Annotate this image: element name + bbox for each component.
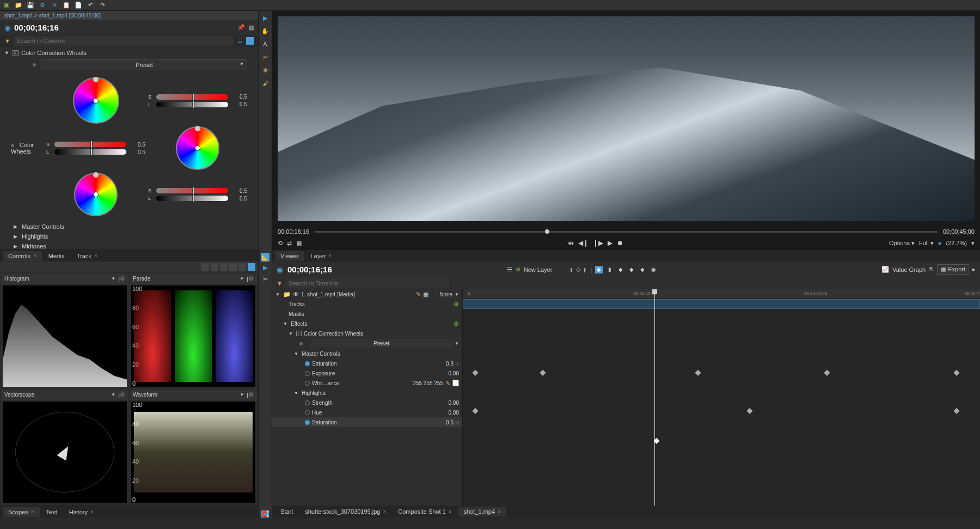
list-view-icon[interactable]: ☰ xyxy=(237,38,243,45)
prop-strength[interactable]: Strength0.00 xyxy=(272,398,462,408)
close-icon[interactable]: × xyxy=(498,509,501,515)
undo-icon[interactable]: ↶ xyxy=(87,2,94,9)
keyframe-toggle[interactable] xyxy=(305,400,310,405)
quality-dropdown[interactable]: Full ▾ xyxy=(919,240,934,247)
chevron-down-icon[interactable]: ▼ xyxy=(455,292,459,297)
kf-mode-4-icon[interactable]: ◆ xyxy=(628,266,635,273)
search-timeline-input[interactable] xyxy=(286,278,449,288)
timeline-clip[interactable] xyxy=(463,299,980,309)
step-fwd-icon[interactable]: ❙▶ xyxy=(593,239,603,247)
close-icon[interactable]: × xyxy=(31,509,34,515)
sat-slider[interactable] xyxy=(156,188,228,193)
kf-mode-3-icon[interactable]: ◆ xyxy=(617,266,624,273)
ccw-row[interactable]: ▼✓Color Correction Wheels xyxy=(272,329,462,338)
keyframe-toggle[interactable] xyxy=(305,410,310,415)
layout-grid-icon[interactable] xyxy=(248,263,255,271)
eyedropper-icon[interactable]: ✎ xyxy=(445,380,450,387)
goto-start-icon[interactable]: ⏮ xyxy=(567,239,574,247)
zoom-dropdown-icon[interactable]: ▾ xyxy=(971,240,975,247)
keyframe-icon[interactable] xyxy=(824,370,830,376)
chevron-down-icon[interactable]: ▼ xyxy=(240,392,244,397)
close-icon[interactable]: × xyxy=(90,509,94,515)
options-dropdown[interactable]: Options ▾ xyxy=(889,240,915,247)
zoom-level[interactable]: (22.7%) xyxy=(946,240,967,246)
layout-5-icon[interactable] xyxy=(238,263,246,271)
step-back-icon[interactable]: ◀❙ xyxy=(578,239,589,247)
tab-layer[interactable]: Layer× xyxy=(305,251,336,261)
paste-icon[interactable]: 📄 xyxy=(75,2,82,9)
keyframe-toggle[interactable] xyxy=(305,371,310,376)
blend-mode[interactable]: None xyxy=(431,291,452,297)
kf-nav-icon[interactable]: ◇ xyxy=(456,420,459,425)
tab-text[interactable]: Text xyxy=(41,507,63,517)
slice-tool-icon[interactable]: ✂ xyxy=(263,276,268,283)
keyframe-toggle[interactable] xyxy=(305,381,310,386)
keyframe-icon[interactable] xyxy=(540,370,546,376)
prop-value[interactable]: 0.00 xyxy=(437,400,459,406)
master-row[interactable]: ▼Master Controls xyxy=(272,349,462,358)
effects-row[interactable]: ▼Effects⊕ xyxy=(272,319,462,329)
graph-icon[interactable]: 📈 xyxy=(881,266,889,273)
kf-nav-icon[interactable]: ◇ xyxy=(456,361,459,366)
slider-value[interactable]: 0.5 xyxy=(231,94,247,100)
kf-marker-icon[interactable]: ◇ xyxy=(576,266,580,273)
playhead-icon[interactable] xyxy=(545,229,549,234)
preset-dropdown[interactable]: Preset xyxy=(41,59,247,70)
keyframe-icon[interactable] xyxy=(695,370,701,376)
checkbox[interactable]: ✓ xyxy=(296,331,302,336)
group-midtones[interactable]: ▶Midtones xyxy=(0,241,258,250)
preset-row[interactable]: Preset▼ xyxy=(272,338,462,349)
select-tool-icon[interactable]: ▶ xyxy=(263,264,267,271)
chevron-down-icon[interactable]: ▼ xyxy=(111,276,115,281)
preset-dropdown[interactable]: Preset xyxy=(310,339,452,348)
prop-value[interactable]: 0.5 xyxy=(432,419,454,425)
pin-icon[interactable]: 📌 xyxy=(237,24,245,31)
gear-icon[interactable]: ⚙ xyxy=(248,391,254,398)
group-master[interactable]: ▶Master Controls xyxy=(0,222,258,232)
ext-icon[interactable]: ⇱ xyxy=(929,266,934,273)
gear-icon[interactable]: ⚙ xyxy=(120,391,125,398)
kf-mode-6-icon[interactable]: ◉ xyxy=(650,266,657,273)
controls-timecode[interactable]: 00;00;16;16 xyxy=(14,23,59,32)
kf-mode-5-icon[interactable]: ◆ xyxy=(639,266,646,273)
add-icon[interactable]: ⊕ xyxy=(516,266,520,273)
panel-box-icon[interactable]: ▥ xyxy=(248,24,254,31)
color-swatch[interactable] xyxy=(452,380,459,386)
tab-composite[interactable]: Composite Shot 1× xyxy=(393,507,457,516)
effect-row[interactable]: ▼ ✓ Color Correction Wheels xyxy=(0,48,258,58)
gear-icon[interactable]: ⚙ xyxy=(120,275,125,282)
prev-kf-icon[interactable]: ⦉ xyxy=(569,266,573,273)
keyframe-icon[interactable] xyxy=(472,370,478,376)
select-tool-icon[interactable]: ▶ xyxy=(261,14,270,22)
tab-start[interactable]: Start xyxy=(275,507,298,516)
timeline-ruler[interactable]: 0 00;00;15;00 00;00;30;00 00;00;4 xyxy=(463,289,980,299)
effect-checkbox[interactable]: ✓ xyxy=(13,50,19,56)
layout-4-icon[interactable] xyxy=(229,263,237,271)
group-highlights[interactable]: ▶Highlights xyxy=(0,232,258,241)
blend-icon[interactable]: ▦ xyxy=(423,291,428,298)
keyframe-icon[interactable] xyxy=(953,370,959,376)
align-icon[interactable]: ☰ xyxy=(507,266,512,273)
grid-view-icon[interactable] xyxy=(246,37,254,45)
ruler-tool-icon[interactable]: 📐 xyxy=(261,253,270,262)
keyframe-icon[interactable] xyxy=(472,408,478,414)
crop-tool-icon[interactable]: ✂ xyxy=(261,53,270,62)
pencil-icon[interactable]: ✎ xyxy=(416,291,421,298)
prop-value[interactable]: 0.00 xyxy=(437,370,459,376)
lum-slider[interactable] xyxy=(156,102,228,107)
tab-history[interactable]: History× xyxy=(64,507,99,517)
highlights-row[interactable]: ▼Highlights xyxy=(272,388,462,398)
brush-tool-icon[interactable]: 🖌 xyxy=(261,79,270,88)
copy-icon[interactable]: 📋 xyxy=(63,2,70,9)
prop-value[interactable]: 255 255 255 xyxy=(413,380,443,386)
lum-slider[interactable] xyxy=(156,196,228,201)
redo-icon[interactable]: ↷ xyxy=(99,2,106,9)
tab-media[interactable]: Media xyxy=(43,251,70,261)
goto-end-icon[interactable]: ⏺ xyxy=(617,239,623,247)
tab-viewer[interactable]: Viewer xyxy=(275,251,304,261)
slider-value[interactable]: 0.5 xyxy=(129,142,145,148)
color-wheel-2[interactable] xyxy=(176,126,219,170)
color-wheel-3[interactable] xyxy=(74,173,118,216)
export-more-icon[interactable]: ▸ xyxy=(972,266,976,273)
layout-3-icon[interactable] xyxy=(220,263,228,271)
